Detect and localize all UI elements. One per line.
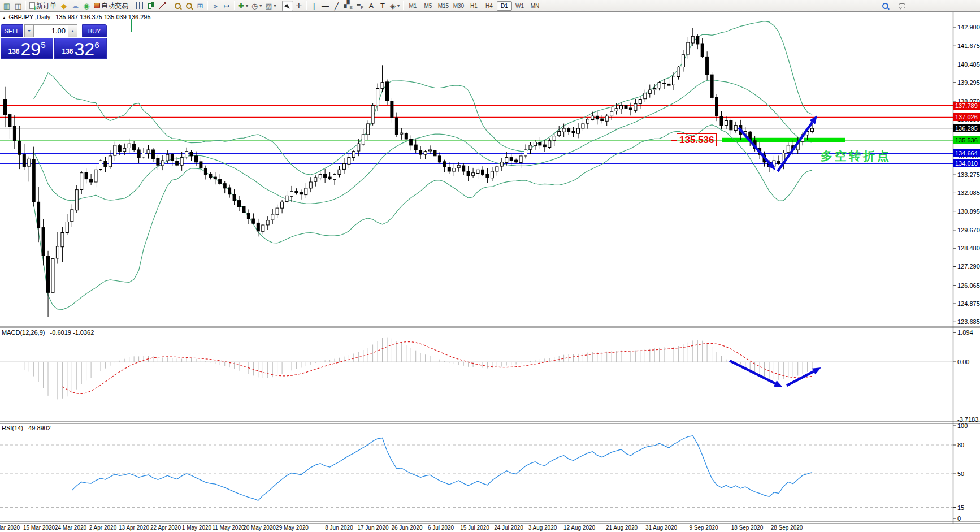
community-button[interactable]: ☁ xyxy=(70,1,81,11)
vertical-line-tool-icon: | xyxy=(313,2,315,10)
volume-decrease-button[interactable]: ▼ xyxy=(24,24,34,37)
zoom-in-button[interactable] xyxy=(172,1,183,11)
trendline-tool-button[interactable]: ╱ xyxy=(331,1,342,11)
macd-arrow-down[interactable] xyxy=(730,361,783,387)
timeframe-M5[interactable]: M5 xyxy=(420,1,436,11)
horizontal-line-tool-button[interactable]: — xyxy=(320,1,331,11)
chart-profiles-button[interactable]: ◫ xyxy=(12,1,24,11)
trendline-tool-icon: ╱ xyxy=(335,2,339,10)
price-tick: 124.875 xyxy=(957,300,980,307)
toolbar-separator xyxy=(306,1,307,10)
timeframe-H1[interactable]: H1 xyxy=(466,1,482,11)
tile-windows-icon: ⊞ xyxy=(197,2,203,10)
symbol-period-label: GBPJPY-,Daily xyxy=(9,14,51,20)
community-icon: ☁ xyxy=(72,2,79,10)
bollinger-lower-band xyxy=(34,125,812,310)
chat-icon xyxy=(899,3,905,8)
market-button[interactable]: ◆ xyxy=(58,1,70,11)
line-chart-mode-icon xyxy=(159,2,166,9)
timeframe-M1[interactable]: M1 xyxy=(405,1,420,11)
candlesticks xyxy=(4,28,814,317)
tile-windows-button[interactable]: ⊞ xyxy=(194,1,206,11)
new-order-button[interactable]: 新订单 xyxy=(28,1,58,11)
price-tick: 130.895 xyxy=(957,208,980,215)
sell-button[interactable]: SELL xyxy=(1,24,23,37)
trend-arrow-up[interactable] xyxy=(778,115,817,171)
auto-scroll-button[interactable]: » xyxy=(210,1,221,11)
volume-increase-button[interactable]: ▲ xyxy=(68,24,77,37)
new-chart-icon: ▦ xyxy=(3,2,10,10)
chart-profiles-icon: ◫ xyxy=(15,2,21,10)
price-tick: 127.290 xyxy=(957,263,980,270)
timeframe-MN[interactable]: MN xyxy=(527,1,543,11)
crosshair-tool-button[interactable]: ✛ xyxy=(293,1,305,11)
search-button[interactable] xyxy=(879,1,891,11)
autotrading-button[interactable]: 自动交易 xyxy=(92,1,130,11)
macd-signal-line xyxy=(62,342,812,394)
buy-price-sup: 6 xyxy=(94,40,99,50)
volume-input[interactable] xyxy=(34,24,68,37)
zoom-out-button[interactable] xyxy=(183,1,194,11)
ohlc-values: 135.987 136.375 135.039 136.295 xyxy=(55,14,150,20)
autotrading-icon xyxy=(94,3,100,8)
arrows-tool-button[interactable]: ◈▾ xyxy=(388,1,401,11)
caret-down-icon: ▾ xyxy=(259,3,262,8)
chart-title: ▴ GBPJPY-,Daily 135.987 136.375 135.039 … xyxy=(3,14,151,20)
cursor-tool-button[interactable] xyxy=(282,1,293,11)
channel-tool-button[interactable]: ▞E xyxy=(342,1,354,11)
new-chart-button[interactable]: ▦ xyxy=(1,1,12,11)
auto-scroll-icon: » xyxy=(213,2,217,10)
drawing-vline-mark[interactable] xyxy=(131,19,132,32)
timeframe-W1[interactable]: W1 xyxy=(512,1,527,11)
price-tick: 132.085 xyxy=(957,189,980,196)
chart-shift-button[interactable]: ↦ xyxy=(221,1,232,11)
text-tool-button[interactable]: A xyxy=(366,1,377,11)
candle-chart-mode-button[interactable] xyxy=(145,1,157,11)
macd-arrow-up[interactable] xyxy=(787,367,821,386)
bollinger-upper-band xyxy=(34,21,812,175)
toolbar-separator xyxy=(132,1,132,10)
vertical-line-tool-button[interactable]: | xyxy=(309,1,320,11)
chart-canvas[interactable] xyxy=(0,0,980,532)
date-tick: 31 Aug 2020 xyxy=(638,525,685,531)
rsi-value: 49.8902 xyxy=(28,425,51,431)
candle-chart-mode-icon xyxy=(148,2,154,10)
price-level-callout[interactable]: 135.536 xyxy=(677,133,717,146)
timeframe-H4[interactable]: H4 xyxy=(482,1,497,11)
sell-price-main: 29 xyxy=(21,41,41,57)
templates-button[interactable]: ▨▾ xyxy=(263,1,277,11)
rsi-line xyxy=(72,436,812,500)
date-tick: 28 Sep 2020 xyxy=(763,525,810,531)
price-tick: 123.685 xyxy=(957,318,980,325)
rsi-tick: 0 xyxy=(957,515,961,522)
timeframe-M30[interactable]: M30 xyxy=(451,1,466,11)
line-chart-mode-button[interactable] xyxy=(157,1,168,11)
horizontal-line-tool-icon: — xyxy=(322,2,329,10)
zoom-out-icon xyxy=(186,3,192,9)
main-toolbar: ▦◫新订单◆☁◉自动交易⊞»↦✚▾◷▾▨▾✛|—╱▞E≡FAT◈▾M1M5M15… xyxy=(0,0,980,12)
date-tick: 12 Aug 2020 xyxy=(556,525,603,531)
rsi-tick: 100 xyxy=(957,422,968,429)
sell-price-tile[interactable]: 136 29 5 xyxy=(1,38,53,59)
date-tick: 29 May 2020 xyxy=(268,525,316,531)
signals-button[interactable]: ◉ xyxy=(81,1,92,11)
periods-button[interactable]: ◷▾ xyxy=(250,1,263,11)
turning-point-annotation[interactable]: 多空转折点 xyxy=(821,148,891,164)
buy-button[interactable]: BUY xyxy=(82,24,107,37)
sell-price-prefix: 136 xyxy=(8,47,20,55)
rsi-pane-label: RSI(14) 49.8902 xyxy=(2,425,51,431)
fibonacci-tool-button[interactable]: ≡F xyxy=(354,1,366,11)
bar-chart-mode-button[interactable] xyxy=(134,1,145,11)
price-tick: 133.275 xyxy=(957,171,980,178)
buy-price-tile[interactable]: 136 32 6 xyxy=(54,38,107,59)
timeframe-M15[interactable]: M15 xyxy=(436,1,451,11)
chat-button[interactable] xyxy=(896,1,908,11)
collapse-marker-icon[interactable]: ▴ xyxy=(3,15,6,20)
thick-support-line[interactable] xyxy=(722,138,845,142)
price-tick: 142.900 xyxy=(957,24,980,31)
text-label-tool-button[interactable]: T xyxy=(377,1,388,11)
indicators-button[interactable]: ✚▾ xyxy=(236,1,250,11)
fibonacci-tool-icon: ≡F xyxy=(357,1,363,11)
rsi-tick: 15 xyxy=(957,504,964,511)
timeframe-D1[interactable]: D1 xyxy=(497,1,512,11)
